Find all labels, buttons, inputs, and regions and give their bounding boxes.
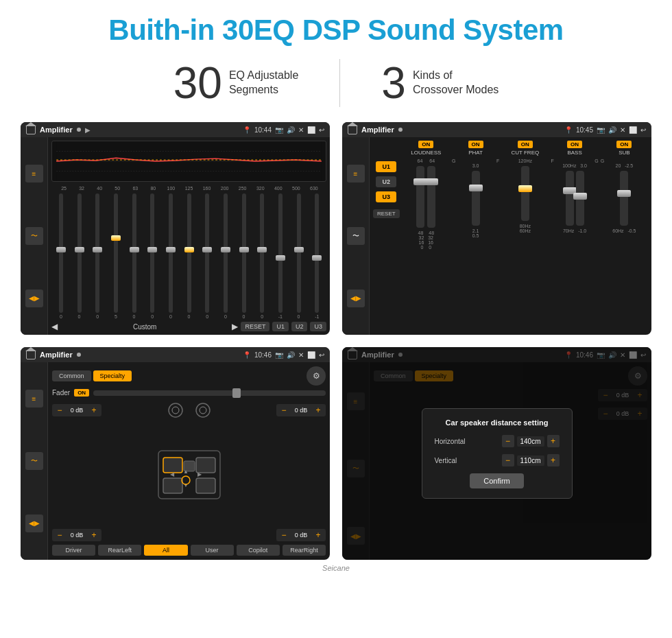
phat-slider[interactable] [472,171,480,226]
slider-track-0[interactable] [59,193,63,313]
btn-driver[interactable]: Driver [52,545,95,556]
eq-label-2: 40 [91,186,108,191]
u1-crossover-btn[interactable]: U1 [376,161,396,172]
screen2-home-icon[interactable] [348,125,357,134]
tab-common[interactable]: Common [52,370,91,381]
svg-rect-10 [196,458,215,473]
slider-val-2: 0 [96,314,99,319]
screen3-time: 10:46 [254,351,272,359]
u2-btn[interactable]: U2 [291,322,308,331]
slider-track-8[interactable] [205,193,209,313]
db-plus-tl[interactable]: + [89,405,99,415]
db-minus-bl[interactable]: − [55,530,64,540]
db-minus-tr[interactable]: − [279,405,289,415]
slider-track-4[interactable] [132,193,136,313]
cutfreq-scale-mid: 80Hz [520,224,531,228]
fader-thumb [232,388,241,398]
slider-track-3[interactable] [114,193,118,313]
db-plus-tr[interactable]: + [313,405,323,415]
screen2-title: Amplifier [361,126,394,134]
cutfreq-slider[interactable] [521,166,529,221]
screen2-volume-icon: 🔊 [608,126,616,134]
screen2-sidebar-btn2[interactable]: 〜 [347,227,365,245]
screen2-location-icon: 📍 [564,126,573,134]
slider-track-2[interactable] [95,193,99,313]
slider-track-7[interactable] [187,193,191,313]
screen2-sidebar-btn3[interactable]: ◀▶ [347,290,365,307]
db-minus-tl[interactable]: − [55,405,64,415]
fader-label: Fader [52,389,70,397]
slider-track-6[interactable] [169,193,173,313]
slider-track-1[interactable] [77,193,82,313]
btn-user[interactable]: User [191,545,234,556]
eq-next-btn[interactable]: ▶ [232,322,238,331]
u3-crossover-btn[interactable]: U3 [376,191,396,202]
car-top-speakers [104,400,274,421]
screen3-sidebar-btn1[interactable]: ≡ [25,390,43,407]
slider-track-13[interactable] [297,193,301,313]
dialog-vertical-minus[interactable]: − [502,454,514,466]
screen2-sidebar-btn1[interactable]: ≡ [347,165,365,182]
screen1-status-right: 📍 10:44 📷 🔊 ✕ ⬜ ↩ [243,126,324,134]
cutfreq-title: CUT FREQ [511,150,539,156]
reset-btn[interactable]: RESET [241,322,269,331]
screen2-time: 10:45 [576,126,593,134]
fader-slider-bar[interactable] [93,390,326,396]
crossover-reset-btn[interactable]: RESET [373,209,400,218]
db-plus-br[interactable]: + [313,530,323,540]
sidebar-vol-btn[interactable]: ◀▶ [25,290,43,307]
screen3-fader-main: Common Specialty ⚙ Fader ON [48,362,330,560]
screen3-sidebar-btn2[interactable]: 〜 [25,452,43,470]
sidebar-wave-btn[interactable]: 〜 [25,227,43,245]
eq-slider-5: 0 [144,193,160,319]
watermark: Seicane [322,564,350,572]
screen3-home-icon[interactable] [26,350,36,359]
eq-slider-14: -1 [309,193,325,319]
dialog-horizontal-plus[interactable]: + [547,435,560,447]
bass-slider2[interactable] [576,171,584,226]
slider-track-5[interactable] [150,193,154,313]
eq-slider-4: 0 [126,193,143,319]
eq-label-5: 80 [144,186,162,191]
btn-rearright[interactable]: RearRight [283,545,326,556]
loudness-slider1[interactable] [416,166,424,228]
page-title: Buith-in 30EQ DSP Sound System [108,14,563,47]
dialog-vertical-value: 110cm [517,456,544,466]
dialog-horizontal-minus[interactable]: − [502,435,514,447]
confirm-button[interactable]: Confirm [470,473,524,488]
screen2-status-left: Amplifier [348,125,403,134]
screen-fader: Amplifier 📍 10:46 📷 🔊 ✕ ⬜ ↩ ≡ 〜 ◀▶ [21,347,330,560]
slider-val-5: 0 [151,314,154,319]
u2-crossover-btn[interactable]: U2 [376,176,396,187]
screen3-sidebar-btn3[interactable]: ◀▶ [25,515,43,532]
db-row-bottom: − 0 dB + − 0 dB + [52,529,326,541]
btn-all[interactable]: All [144,545,187,556]
home-icon[interactable] [26,125,36,134]
eq-prev-btn[interactable]: ◀ [51,322,58,331]
settings-gear-icon[interactable]: ⚙ [307,366,326,386]
slider-track-10[interactable] [242,193,246,313]
slider-track-11[interactable] [260,193,264,313]
sidebar-eq-btn[interactable]: ≡ [25,165,43,182]
btn-copilot[interactable]: Copilot [237,545,280,556]
cutfreq-scale-top: 120Hz [518,158,532,163]
dialog-horizontal-label: Horizontal [435,438,502,445]
screen-dialog: Amplifier 📍 10:46 📷 🔊 ✕ ⬜ ↩ ≡ 〜 [342,347,651,560]
u3-btn[interactable]: U3 [310,322,326,331]
db-plus-bl[interactable]: + [89,530,99,540]
slider-track-9[interactable] [224,193,228,313]
loudness-slider2[interactable] [427,166,435,228]
db-minus-br[interactable]: − [279,530,289,540]
slider-track-12[interactable] [278,193,283,313]
svg-rect-12 [196,478,215,493]
bass-scale-top: 100Hz 3.0 [562,163,587,168]
phat-scale-mid: 2.1 [472,228,479,233]
btn-rearleft[interactable]: RearLeft [98,545,141,556]
slider-track-14[interactable] [315,193,319,313]
screen3-x-icon: ✕ [298,351,304,359]
tab-specialty[interactable]: Specialty [93,370,132,381]
screen3-tab-group: Common Specialty [52,370,132,381]
sub-slider1[interactable] [620,171,628,226]
u1-btn[interactable]: U1 [272,322,289,331]
dialog-vertical-plus[interactable]: + [547,454,560,466]
